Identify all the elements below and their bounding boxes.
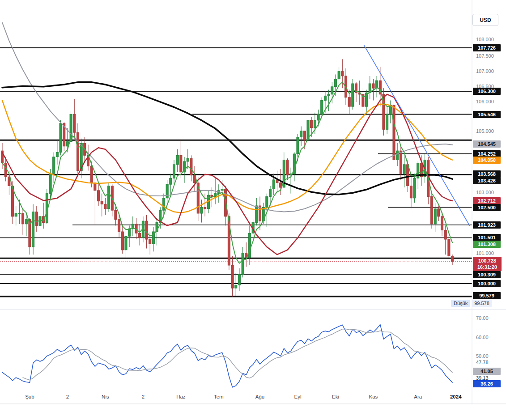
candle-body[interactable]: [448, 239, 450, 256]
candle-body[interactable]: [324, 96, 326, 100]
candle-body[interactable]: [190, 158, 192, 175]
candle-body[interactable]: [97, 191, 99, 201]
current-price-badge: 100.728 16:31:20: [473, 257, 502, 271]
time-scale-area[interactable]: [0, 390, 472, 404]
candle-body[interactable]: [118, 220, 120, 232]
candle-body[interactable]: [94, 183, 96, 191]
candle-body[interactable]: [231, 265, 234, 288]
candle-body[interactable]: [341, 72, 344, 76]
candle-body[interactable]: [204, 207, 206, 208]
candle-body[interactable]: [286, 160, 289, 175]
candle-body[interactable]: [393, 105, 395, 160]
candle-body[interactable]: [56, 153, 58, 157]
candle-body[interactable]: [173, 165, 175, 178]
candle-body[interactable]: [386, 114, 388, 129]
candle-body[interactable]: [60, 123, 62, 153]
candle-body[interactable]: [49, 174, 51, 193]
candle-body[interactable]: [73, 114, 76, 132]
candle-body[interactable]: [107, 186, 110, 209]
current-price-value: 100.728: [473, 258, 502, 264]
candle-body[interactable]: [331, 87, 333, 94]
candle-body[interactable]: [200, 207, 203, 213]
rsi-ma-line: [23, 329, 452, 380]
candle-body[interactable]: [21, 213, 24, 224]
candle-body[interactable]: [430, 196, 433, 224]
candle-body[interactable]: [104, 204, 106, 209]
candle-body[interactable]: [115, 210, 117, 219]
candle-body[interactable]: [334, 79, 336, 87]
low-value: 99.578: [472, 300, 492, 307]
candle-body[interactable]: [352, 84, 354, 106]
candle-body[interactable]: [272, 180, 275, 189]
symbol-currency-button[interactable]: USD: [472, 14, 498, 26]
candle-body[interactable]: [413, 178, 416, 198]
candle-body[interactable]: [15, 213, 17, 216]
low-label: Düşük: [451, 300, 470, 307]
candle-body[interactable]: [211, 195, 213, 196]
candle-body[interactable]: [35, 212, 38, 226]
candle-body[interactable]: [434, 209, 436, 224]
candle-body[interactable]: [25, 220, 27, 224]
candle-body[interactable]: [238, 275, 240, 285]
trendline[interactable]: [364, 45, 470, 226]
candle-body[interactable]: [317, 114, 319, 120]
session-low-row: Düşük 99.578: [451, 300, 492, 307]
candle-body[interactable]: [221, 189, 223, 190]
chart-canvas[interactable]: [0, 0, 506, 420]
candle-body[interactable]: [145, 221, 148, 239]
candle-body[interactable]: [269, 189, 271, 196]
candle-body[interactable]: [451, 256, 453, 262]
candle-body[interactable]: [372, 84, 374, 88]
candle-body[interactable]: [187, 158, 189, 161]
candle-body[interactable]: [321, 101, 323, 115]
candle-body[interactable]: [266, 196, 268, 207]
candle-body[interactable]: [121, 232, 123, 250]
candle-body[interactable]: [314, 120, 316, 128]
candle-body[interactable]: [255, 206, 258, 223]
candle-body[interactable]: [303, 131, 306, 140]
candle-body[interactable]: [149, 239, 151, 244]
candle-body[interactable]: [441, 216, 443, 230]
candle-body[interactable]: [101, 201, 103, 204]
candle-body[interactable]: [170, 178, 172, 185]
candle-body[interactable]: [18, 213, 21, 214]
price-scale-area[interactable]: [472, 0, 506, 404]
candle-body[interactable]: [53, 157, 55, 174]
candle-body[interactable]: [90, 166, 93, 183]
candle-body[interactable]: [235, 285, 237, 288]
candle-body[interactable]: [176, 155, 179, 164]
candle-body[interactable]: [248, 233, 251, 258]
candle-body[interactable]: [297, 137, 299, 154]
candle-body[interactable]: [396, 151, 399, 160]
symbol-currency-label: USD: [480, 17, 491, 23]
candle-body[interactable]: [242, 253, 244, 275]
candle-body[interactable]: [327, 94, 330, 96]
candle-body[interactable]: [444, 230, 446, 239]
candle-body[interactable]: [125, 236, 127, 250]
candle-body[interactable]: [128, 229, 131, 236]
candle-body[interactable]: [180, 155, 182, 172]
candle-body[interactable]: [403, 165, 405, 174]
candle-body[interactable]: [410, 186, 412, 198]
candle-body[interactable]: [166, 184, 168, 198]
candle-body[interactable]: [338, 72, 340, 79]
candle-body[interactable]: [348, 98, 350, 106]
chart-window: 108.000107.500107.000106.500106.000105.0…: [0, 0, 506, 420]
bar-countdown: 16:31:20: [473, 264, 502, 270]
candle-body[interactable]: [139, 233, 141, 238]
candle-body[interactable]: [162, 198, 165, 210]
candle-body[interactable]: [32, 212, 34, 247]
rsi-line: [2, 325, 452, 387]
candle-body[interactable]: [310, 120, 313, 128]
candle-body[interactable]: [77, 132, 79, 170]
candle-body[interactable]: [300, 131, 302, 137]
candle-body[interactable]: [400, 151, 402, 174]
candle-body[interactable]: [438, 209, 440, 216]
